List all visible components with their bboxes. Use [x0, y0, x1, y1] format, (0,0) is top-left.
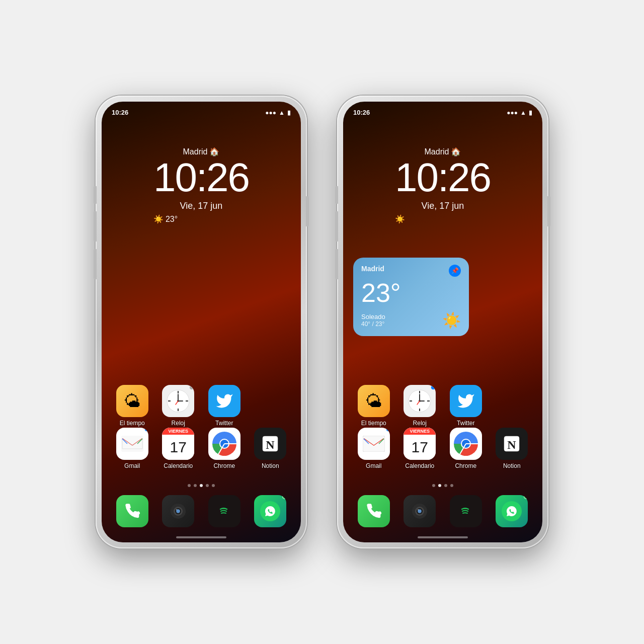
widget-footer: Soleado 40° / 23° ☀️ [361, 311, 461, 329]
app-icon-chrome-2 [450, 428, 482, 460]
silent-button [94, 186, 97, 204]
clock-notif [189, 385, 194, 390]
app-item-weather-2[interactable]: 🌤 El tiempo [353, 385, 394, 427]
app-label-notion-2: Notion [503, 462, 521, 469]
app-item-notion[interactable]: N Notion [250, 428, 291, 469]
app-label-gmail-2: Gmail [366, 462, 381, 469]
dock-whatsapp-2[interactable] [492, 495, 533, 527]
dock-whatsapp[interactable] [250, 495, 291, 527]
cal-day-2: 17 [404, 435, 436, 460]
whatsapp-notif [282, 495, 286, 499]
app-item-calendar[interactable]: Viernes 17 Calendario [158, 428, 199, 469]
app-label-chrome: Chrome [213, 462, 235, 469]
signal-icon-2: ●●● [507, 109, 518, 116]
app-grid-3: 🌤 El tiempo [353, 385, 532, 427]
whatsapp-notif-2 [524, 495, 528, 499]
svg-point-54 [456, 501, 476, 521]
widget-temp: 23° [361, 279, 461, 307]
dot-2 [194, 484, 197, 487]
date-label-1: Vie, 17 jun [153, 201, 249, 211]
app-label-clock-2: Reloj [413, 420, 427, 427]
phone-1: 10:26 ●●● ▲ ▮ Madrid 🏠 10:26 Vie, 17 jun [96, 96, 307, 548]
dock-phone[interactable] [112, 495, 153, 527]
app-label-clock: Reloj [172, 420, 185, 427]
clock-area-1: Madrid 🏠 10:26 Vie, 17 jun ☀️ 23° [153, 147, 249, 224]
page-dots-1 [102, 484, 301, 487]
app-item-weather[interactable]: 🌤 El tiempo [112, 385, 153, 427]
app-icon-chrome [208, 428, 240, 460]
app-icon-clock-2 [404, 385, 436, 417]
sun-icon-2: ☀️ [395, 214, 405, 224]
app-item-twitter[interactable]: Twitter [204, 385, 245, 427]
app-label-calendar: Calendario [164, 462, 193, 469]
app-item-clock[interactable]: Reloj [158, 385, 199, 427]
widget-sun-icon: ☀️ [442, 311, 461, 329]
app-item-notion-2[interactable]: N Notion [492, 428, 533, 469]
dot-2-3 [444, 484, 447, 487]
dock-icon-camera [162, 495, 194, 527]
wifi-icon: ▲ [279, 109, 285, 116]
app-item-twitter-2[interactable]: Twitter [445, 385, 487, 427]
dock-camera-2[interactable] [399, 495, 441, 527]
app-label-twitter-2: Twitter [457, 420, 474, 427]
cal-header: Viernes [162, 428, 194, 435]
app-item-gmail[interactable]: Gmail [112, 428, 153, 469]
vol-up-button [94, 211, 97, 242]
app-icon-gmail-2 [358, 428, 390, 460]
app-grid-1: 🌤 El tiempo [112, 385, 291, 427]
app-label-calendar-2: Calendario [405, 462, 434, 469]
signal-icon: ●●● [265, 109, 276, 116]
app-item-clock-2[interactable]: Reloj [399, 385, 441, 427]
wifi-icon-2: ▲ [520, 109, 526, 116]
dot-5 [212, 484, 215, 487]
app-label-notion: Notion [262, 462, 279, 469]
status-bar-2: 10:26 ●●● ▲ ▮ [353, 109, 532, 116]
empty-cell [250, 385, 291, 427]
vol-up-button-2 [335, 211, 338, 242]
dock-spotify[interactable] [204, 495, 245, 527]
app-icon-gmail [116, 428, 148, 460]
app-icon-calendar: Viernes 17 [162, 428, 194, 460]
app-label-chrome-2: Chrome [455, 462, 476, 469]
phone-screen-1: 10:26 ●●● ▲ ▮ Madrid 🏠 10:26 Vie, 17 jun [102, 102, 301, 542]
dock-icon-whatsapp [254, 495, 286, 527]
app-icon-clock [162, 385, 194, 417]
weather-label-1: ☀️ 23° [153, 214, 249, 224]
dock-icon-phone [116, 495, 148, 527]
widget-condition: Soleado [361, 313, 385, 320]
svg-point-27 [214, 501, 234, 521]
gmail-notif [144, 428, 148, 432]
app-item-calendar-2[interactable]: Viernes 17 Calendario [399, 428, 441, 469]
svg-point-26 [176, 509, 177, 510]
dock-camera[interactable] [158, 495, 199, 527]
app-grid-4: Gmail Viernes 17 Calendario [353, 428, 532, 469]
power-button [306, 196, 309, 226]
app-grid-2: Gmail Viernes 17 Calendario [112, 428, 291, 469]
widget-city: Madrid [361, 265, 384, 273]
dock-2 [353, 495, 532, 527]
weather-label-2: ☀️ [395, 214, 491, 224]
svg-text:N: N [508, 438, 517, 451]
app-label-weather-2: El tiempo [361, 420, 386, 427]
widget-header: Madrid 📌 [361, 265, 461, 277]
dock-icon-spotify-2 [450, 495, 482, 527]
dock-spotify-2[interactable] [445, 495, 487, 527]
battery-icon-2: ▮ [529, 109, 532, 116]
dock-icon-phone-2 [358, 495, 390, 527]
dock-phone-2[interactable] [353, 495, 394, 527]
app-label-weather: El tiempo [120, 420, 145, 427]
weather-widget[interactable]: Madrid 📌 23° Soleado 40° / 23° ☀️ [353, 258, 469, 336]
dock-1 [112, 495, 291, 527]
cal-day: 17 [162, 435, 194, 460]
app-item-gmail-2[interactable]: Gmail [353, 428, 394, 469]
cal-header-2: Viernes [404, 428, 436, 435]
app-item-chrome[interactable]: Chrome [204, 428, 245, 469]
dot-1 [188, 484, 191, 487]
status-bar-1: 10:26 ●●● ▲ ▮ [112, 109, 291, 116]
app-item-chrome-2[interactable]: Chrome [445, 428, 487, 469]
widget-range: 40° / 23° [361, 320, 385, 328]
status-time-1: 10:26 [112, 109, 128, 116]
clock-notif-2 [431, 385, 436, 390]
status-time-2: 10:26 [353, 109, 370, 116]
screen-content-1: 10:26 ●●● ▲ ▮ Madrid 🏠 10:26 Vie, 17 jun [102, 102, 301, 542]
